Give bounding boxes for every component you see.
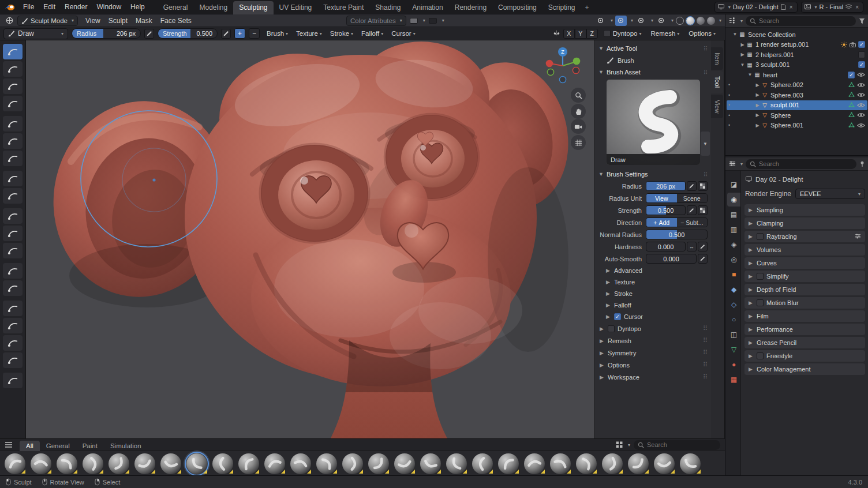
dyntopo-checkbox[interactable] [604, 30, 611, 37]
include-checkbox[interactable]: ✓ [858, 41, 865, 48]
workspace-tab-shading[interactable]: Shading [369, 1, 406, 14]
property-section-film[interactable]: ▶Film [744, 310, 865, 322]
cursor-checkbox[interactable]: ✓ [614, 313, 621, 320]
workspace-tab-modeling[interactable]: Modeling [193, 1, 233, 14]
sculpt-tool-button-6[interactable] [3, 151, 23, 166]
brush-asset-thumbnail[interactable]: Draw [607, 80, 700, 165]
sculpt-tool-button-1[interactable] [3, 61, 23, 77]
properties-tab-physics[interactable]: ○ [727, 313, 740, 326]
sculpt-tool-button-4[interactable] [3, 116, 23, 132]
brush-asset-thumbnail-9[interactable] [238, 453, 259, 474]
brush-asset-thumbnail-23[interactable] [602, 453, 623, 474]
brush-asset-thumbnail-8[interactable] [212, 453, 233, 474]
outliner-row-sculpt-001[interactable]: •▶▽sculpt.001 [727, 100, 867, 111]
freestyle-checkbox[interactable] [757, 352, 764, 359]
sculpt-tool-button-5[interactable] [3, 133, 23, 149]
radius-pressure-icon[interactable] [687, 181, 697, 191]
drag-dots-icon[interactable]: ⠿ [704, 69, 708, 76]
viewport-menu-mask[interactable]: Mask [132, 16, 156, 26]
navigation-gizmo[interactable]: Z [544, 46, 582, 84]
outliner-search[interactable] [746, 16, 856, 26]
properties-tab-view-layer[interactable]: ▥ [727, 223, 740, 237]
panel-section-workspace[interactable]: ▶Workspace⠿ [598, 371, 708, 383]
eye-icon[interactable] [857, 103, 865, 108]
dyntopo-checkbox[interactable] [608, 325, 615, 332]
panel-section-dyntopo[interactable]: ▶Dyntopo⠿ [598, 322, 708, 335]
properties-breadcrumb[interactable]: Day 02 - Delight [744, 173, 865, 185]
brush-asset-thumbnail-17[interactable] [446, 453, 467, 474]
outliner-row-heart[interactable]: ▼▦heart✓ [727, 70, 867, 80]
hardness-slider[interactable]: 0.000 [646, 242, 686, 251]
workspace-tab-compositing[interactable]: Compositing [492, 1, 542, 14]
raytracing-checkbox[interactable] [757, 233, 764, 240]
property-section-grease-pencil[interactable]: ▶Grease Pencil [744, 337, 865, 348]
sidebar-tab-view[interactable]: View [711, 95, 723, 119]
viewport-menu-sculpt[interactable]: Sculpt [104, 16, 132, 26]
viewport-menu-view[interactable]: View [81, 16, 104, 26]
mirror-y-toggle[interactable]: Y [575, 29, 586, 39]
brush-asset-thumbnail-13[interactable] [342, 453, 363, 474]
mirror-z-toggle[interactable]: Z [586, 29, 598, 39]
subsection-falloff[interactable]: ▶Falloff [598, 299, 708, 311]
properties-search-input[interactable] [759, 160, 852, 167]
properties-tab-modifiers[interactable]: ◆ [727, 283, 740, 296]
visibility-icon[interactable] [595, 16, 607, 26]
sidebar-tab-tool[interactable]: Tool [711, 71, 723, 93]
workspace-tab-general[interactable]: General [158, 1, 194, 14]
radius-pressure-icon[interactable] [144, 29, 154, 39]
workspace-tab-rendering[interactable]: Rendering [449, 1, 492, 14]
dropdown-stroke[interactable]: Stroke▾ [327, 29, 357, 38]
dropdown-texture[interactable]: Texture▾ [293, 29, 326, 38]
subsection-advanced[interactable]: ▶Advanced [598, 265, 708, 276]
properties-tab-particles[interactable]: ◇ [727, 298, 740, 311]
pan-hand-icon[interactable] [571, 104, 586, 119]
sculpt-tool-button-18[interactable] [3, 373, 23, 388]
direction-option-subt[interactable]: −Subt... [677, 218, 708, 227]
dropdown-falloff[interactable]: Falloff▾ [358, 29, 387, 38]
workspace-tab-sculpting[interactable]: Sculpting [233, 1, 273, 14]
outliner-row-2-helpers-001[interactable]: ▶▦2 helpers.001 [727, 50, 867, 60]
workspace-tab-animation[interactable]: Animation [406, 1, 448, 14]
eye-icon[interactable] [857, 112, 865, 118]
asset-shelf-search[interactable] [634, 440, 720, 450]
outliner-row-3-sculpt-001[interactable]: ▼▦3 sculpt.001✓ [727, 60, 867, 70]
sculpt-tool-button-8[interactable] [3, 188, 23, 204]
radius-unit-icon[interactable] [698, 181, 708, 191]
dropdown-brush[interactable]: Brush▾ [263, 29, 291, 38]
subsection-cursor[interactable]: ▶✓Cursor [598, 311, 708, 322]
include-checkbox[interactable]: ✓ [848, 72, 855, 78]
property-section-simplify[interactable]: ▶Simplify [744, 271, 865, 282]
close-scene-icon[interactable]: × [788, 4, 794, 10]
sculpt-tool-button-7[interactable] [3, 171, 23, 186]
active-brush-icon[interactable] [615, 16, 627, 26]
properties-tab-constraints[interactable]: ◫ [727, 328, 740, 341]
layers-icon[interactable] [845, 4, 852, 9]
active-tool-header[interactable]: ▼ Active Tool ⠿ [598, 43, 708, 54]
brush-asset-thumbnail-5[interactable] [134, 453, 155, 474]
property-section-freestyle[interactable]: ▶Freestyle [744, 350, 865, 362]
menu-render[interactable]: Render [60, 1, 92, 13]
close-layer-icon[interactable]: × [854, 4, 860, 10]
presets-icon[interactable] [855, 234, 861, 239]
direction-subtract-button[interactable]: − [249, 28, 260, 39]
panel-section-symmetry[interactable]: ▶Symmetry⠿ [598, 347, 708, 359]
filter-icon[interactable] [859, 18, 865, 24]
property-section-volumes[interactable]: ▶Volumes [744, 244, 865, 256]
brush-asset-thumbnail-11[interactable] [290, 453, 311, 474]
brush-asset-thumbnail-21[interactable] [550, 453, 571, 474]
eye-icon[interactable] [857, 82, 865, 88]
sculpt-tool-button-15[interactable] [3, 318, 23, 333]
mode-dropdown[interactable]: Sculpt Mode ▾ [17, 16, 78, 26]
subsection-stroke[interactable]: ▶Stroke [598, 288, 708, 299]
view-layer-selector[interactable]: ▾ R - Final × [801, 2, 863, 13]
outliner-search-input[interactable] [759, 17, 852, 24]
property-section-clamping[interactable]: ▶Clamping [744, 217, 865, 229]
shelf-tab-general[interactable]: General [40, 441, 76, 451]
brush-asset-thumbnail-20[interactable] [524, 453, 545, 474]
viewport-menu-face-sets[interactable]: Face Sets [156, 16, 196, 26]
property-section-motion-blur[interactable]: ▶Motion Blur [744, 297, 865, 309]
chevron-right-icon[interactable]: ▶ [754, 82, 761, 88]
sculpt-tool-button-14[interactable] [3, 301, 23, 316]
sculpt-tool-button-13[interactable] [3, 280, 23, 296]
primary-color-swatch[interactable] [410, 18, 418, 24]
